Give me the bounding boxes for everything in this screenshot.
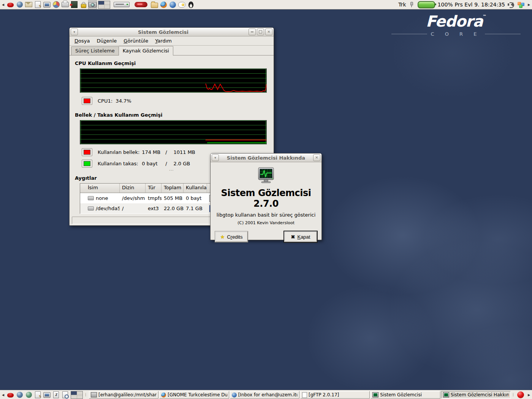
battery-percentage: 100% (438, 2, 453, 8)
about-dialog-title: Sistem Gözlemcisi Hakkında (220, 155, 312, 161)
web-browser-launcher-icon[interactable] (16, 1, 24, 9)
about-dialog-titlebar[interactable]: Sistem Gözlemcisi Hakkında (211, 154, 321, 162)
bottom-display-icon[interactable] (43, 391, 51, 399)
bottom-editor-icon[interactable] (34, 391, 42, 399)
system-monitor-titlebar[interactable]: Sistem Gözlemcisi (70, 28, 274, 36)
bottom-panel-hide-left-button[interactable] (1, 391, 5, 399)
bottom-workspace-switcher[interactable] (70, 391, 83, 399)
menu-yardim[interactable]: Yardım (152, 37, 175, 44)
presentation-launcher-icon[interactable] (43, 1, 51, 9)
dialog-window-menu-button[interactable] (212, 154, 219, 161)
logout-launcher-icon[interactable] (70, 1, 78, 9)
printer-launcher-icon[interactable] (61, 1, 69, 9)
column-header-toplam[interactable]: Toplam (162, 184, 184, 193)
clock-time[interactable]: 9. 18:24:35 (474, 2, 505, 8)
mixer-blocks-icon[interactable] (517, 1, 525, 9)
fedora-logo-text: Fedora™ (391, 14, 521, 29)
firefox-icon[interactable] (160, 1, 168, 9)
keyboard-layout-indicator[interactable]: Trk (398, 2, 406, 8)
credits-button[interactable]: Credits (215, 231, 248, 242)
menu-goruntule[interactable]: Görüntüle (120, 37, 152, 44)
workspace-switcher[interactable] (98, 1, 111, 9)
bottom-sigma-doc-icon[interactable] (52, 391, 60, 399)
memory-color-swatch[interactable] (82, 148, 92, 156)
top-panel: Trk 100% Prs Evl 9. 18:24:35 (0, 0, 532, 10)
cpu1-color-swatch[interactable] (82, 97, 92, 105)
word-processor-launcher-icon[interactable] (34, 1, 42, 9)
column-header-dizin[interactable]: Dizin (120, 184, 146, 193)
menu-dosya[interactable]: Dosya (71, 37, 93, 44)
clock-date[interactable]: Prs Evl (455, 2, 473, 8)
taskbar-button-system-monitor[interactable]: Sistem Gözlemcisi (370, 391, 440, 399)
menu-duzenle[interactable]: Düzenle (93, 37, 120, 44)
dialog-close-button[interactable] (313, 154, 320, 161)
memory-used-value: 174 MB (142, 149, 164, 155)
column-header-tur[interactable]: Tür (146, 184, 162, 193)
lock-screen-icon[interactable] (79, 1, 87, 9)
fedora-core-text: C O R E (427, 31, 485, 37)
window-title: Sistem Gözlemcisi (79, 29, 247, 35)
cpu-history-heading: CPU Kullanım Geçmişi (75, 60, 268, 66)
cpu1-value: 34.7% (116, 98, 131, 104)
logo-rule-left (391, 34, 427, 34)
battery-meter-icon[interactable] (417, 1, 436, 9)
email-launcher-icon[interactable] (25, 1, 33, 9)
close-button[interactable] (265, 28, 272, 35)
taskbar-button-about-dialog[interactable]: Sistem Gözlemcisi Hakkınd (441, 391, 511, 399)
bottom-globe2-icon[interactable] (25, 391, 33, 399)
taskbar-button-thunderbird[interactable]: [Inbox for erhan@uzem.itu.e (230, 391, 299, 399)
panel-hide-right-button[interactable] (527, 1, 531, 8)
tray-handle[interactable] (512, 391, 515, 399)
bottom-web-globe-icon[interactable] (16, 391, 24, 399)
thunderbird-icon[interactable] (169, 1, 177, 9)
memory-total-value: 1011 MB (173, 149, 195, 155)
tab-surec-listeleme[interactable]: Süreç Listeleme (71, 46, 119, 55)
logo-rule-right (485, 34, 521, 34)
taskbar-button-gftp[interactable]: [gFTP 2.0.17] (300, 391, 370, 399)
main-menu-redhat-icon[interactable] (6, 1, 14, 9)
bottom-panel: [erhan@galileo:/mnt/share/C [GNOME Turkc… (0, 390, 532, 399)
bottom-panel-hide-right-button[interactable] (527, 391, 531, 399)
bottom-search-doc-icon[interactable] (61, 391, 69, 399)
window-list: [erhan@galileo:/mnt/share/C [GNOME Turkc… (89, 391, 511, 399)
fedora-wordmark: Fedora (426, 13, 483, 30)
swap-color-swatch[interactable] (82, 160, 92, 168)
column-header-isim[interactable]: İsim (80, 184, 120, 193)
star-icon (220, 234, 225, 240)
gftp-page-icon (302, 392, 307, 398)
firefox-icon (161, 393, 166, 397)
bottom-redhat-menu-icon[interactable] (6, 391, 14, 399)
about-description: libgtop kullanan basit bir süreç gösteri… (215, 212, 317, 218)
red-applet-icon[interactable] (133, 1, 149, 9)
close-x-icon (291, 234, 295, 240)
disk-icon (88, 206, 94, 211)
panel-hide-left-button[interactable] (1, 1, 5, 8)
tux-penguin-icon[interactable] (187, 1, 195, 9)
volume-speaker-icon[interactable] (507, 1, 515, 9)
window-menu-button[interactable] (71, 28, 78, 35)
memory-swap-graph (80, 120, 267, 144)
screenshot-camera-icon[interactable] (89, 1, 97, 9)
system-monitor-icon (443, 392, 449, 397)
messenger-chat-icon[interactable] (178, 1, 186, 9)
cpu-legend: CPU1: 34.7% (82, 97, 268, 104)
column-header-kullanilan[interactable]: Kullanılan (184, 184, 207, 193)
kapat-button[interactable]: Kapat (284, 231, 317, 242)
taskbar-button-firefox[interactable]: [GNOME Turkcelestime Du (159, 391, 229, 399)
panel-handle[interactable] (84, 391, 87, 399)
swap-total-value: 2.0 GB (173, 161, 190, 166)
disk-icon (88, 196, 94, 200)
tray-red-ball-icon[interactable] (516, 391, 526, 399)
about-app-name-version: Sistem Gözlemcisi 2.7.0 (215, 188, 317, 209)
memory-history-heading: Bellek / Takas Kullanım Geçmişi (75, 112, 268, 118)
maximize-button[interactable] (257, 28, 264, 35)
spreadsheet-launcher-icon[interactable] (52, 1, 60, 9)
minimize-button[interactable] (249, 28, 256, 35)
tab-kaynak-gozlemcisi[interactable]: Kaynak Gözlemcisi (119, 46, 173, 55)
drive-applet-icon[interactable] (112, 1, 131, 9)
fedora-core-logo: Fedora™ C O R E (391, 14, 521, 37)
taskbar-button-terminal[interactable]: [erhan@galileo:/mnt/share/C (89, 391, 158, 399)
menubar: Dosya Düzenle Görüntüle Yardım (70, 36, 274, 46)
file-manager-folder-icon[interactable] (150, 1, 158, 9)
power-plug-icon[interactable] (408, 1, 415, 8)
